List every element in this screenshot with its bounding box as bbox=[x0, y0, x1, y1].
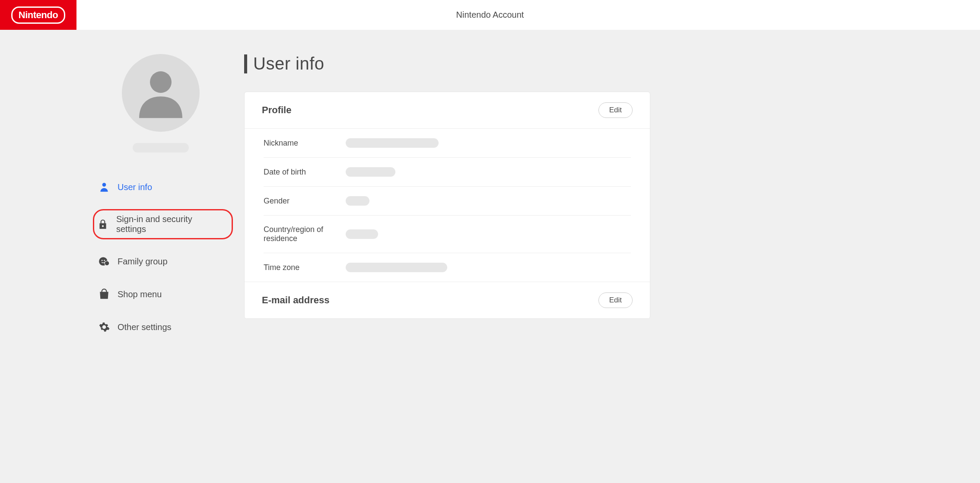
field-timezone: Time zone bbox=[264, 253, 631, 282]
svg-point-1 bbox=[102, 183, 106, 187]
sidebar-item-shop-menu[interactable]: Shop menu bbox=[94, 283, 227, 305]
field-label: Gender bbox=[264, 197, 346, 206]
main-content: User info Profile Edit Nickname Date of … bbox=[244, 54, 668, 349]
header: Nintendo Nintendo Account bbox=[0, 0, 980, 30]
svg-point-5 bbox=[104, 260, 105, 261]
sidebar-item-label: Family group bbox=[118, 257, 168, 267]
field-country: Country/region of residence bbox=[264, 216, 631, 253]
sidebar-item-other-settings[interactable]: Other settings bbox=[94, 316, 227, 338]
svg-point-3 bbox=[105, 261, 109, 266]
email-section-header: E-mail address Edit bbox=[245, 282, 650, 318]
page-title-row: User info bbox=[244, 54, 650, 73]
field-gender: Gender bbox=[264, 187, 631, 216]
sidebar-nickname bbox=[133, 143, 189, 153]
dob-value bbox=[346, 167, 395, 177]
sidebar-item-label: Shop menu bbox=[118, 289, 162, 299]
sidebar-item-user-info[interactable]: User info bbox=[94, 176, 227, 198]
shopping-bag-icon bbox=[99, 289, 110, 300]
title-accent-bar bbox=[244, 54, 247, 73]
sidebar-item-label: User info bbox=[118, 182, 152, 192]
field-label: Country/region of residence bbox=[264, 225, 346, 243]
sidebar-item-family-group[interactable]: Family group bbox=[94, 251, 227, 272]
sidebar-item-signin-security[interactable]: Sign-in and security settings bbox=[93, 209, 233, 239]
sidebar-item-label: Other settings bbox=[118, 322, 172, 332]
email-section-title: E-mail address bbox=[262, 295, 330, 306]
nintendo-logo-text: Nintendo bbox=[11, 6, 65, 24]
country-value bbox=[346, 229, 378, 239]
svg-point-0 bbox=[150, 71, 172, 93]
nickname-value bbox=[346, 138, 439, 148]
profile-section-header: Profile Edit bbox=[245, 92, 650, 129]
sidebar-item-label: Sign-in and security settings bbox=[116, 214, 224, 234]
sidebar-nav: User info Sign-in and security settings … bbox=[94, 176, 227, 338]
gender-value bbox=[346, 196, 369, 206]
lock-icon bbox=[97, 219, 108, 230]
timezone-value bbox=[346, 263, 447, 272]
field-label: Date of birth bbox=[264, 168, 346, 177]
family-icon bbox=[99, 256, 110, 267]
edit-email-button[interactable]: Edit bbox=[598, 292, 633, 308]
header-title: Nintendo Account bbox=[456, 10, 524, 20]
sidebar: User info Sign-in and security settings … bbox=[0, 54, 244, 349]
field-nickname: Nickname bbox=[264, 129, 631, 158]
field-label: Nickname bbox=[264, 139, 346, 148]
profile-section-title: Profile bbox=[262, 105, 291, 116]
field-dob: Date of birth bbox=[264, 158, 631, 187]
nintendo-logo[interactable]: Nintendo bbox=[0, 0, 76, 30]
user-icon bbox=[99, 181, 110, 193]
field-label: Time zone bbox=[264, 263, 346, 272]
svg-point-4 bbox=[102, 260, 103, 261]
profile-panel: Profile Edit Nickname Date of birth Gend… bbox=[244, 92, 650, 319]
avatar[interactable] bbox=[122, 54, 200, 132]
edit-profile-button[interactable]: Edit bbox=[598, 102, 633, 118]
user-silhouette-icon bbox=[139, 65, 182, 121]
gear-icon bbox=[99, 321, 110, 333]
profile-fields: Nickname Date of birth Gender Country/re… bbox=[245, 129, 650, 282]
page-title: User info bbox=[253, 54, 325, 73]
